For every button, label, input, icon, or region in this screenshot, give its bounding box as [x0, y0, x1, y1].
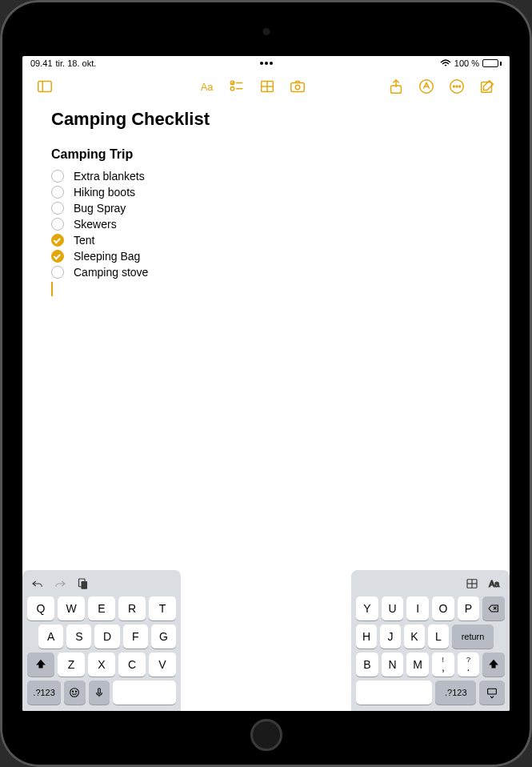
share-icon [387, 78, 405, 95]
backspace-key[interactable] [482, 596, 505, 620]
key-g[interactable]: G [151, 624, 176, 649]
dismiss-keyboard-key[interactable] [479, 681, 505, 705]
battery-percent: 100 % [454, 58, 479, 68]
home-button[interactable] [250, 719, 282, 751]
keyboard-right: Aa YUIOP HJKLreturn BNM!,?. .?123 [351, 570, 510, 711]
table-button[interactable] [254, 74, 280, 99]
checklist-item[interactable]: Hiking boots [51, 184, 481, 200]
kb-left-toolbar [27, 575, 176, 592]
checklist-item[interactable]: Skewers [51, 216, 481, 232]
key-d[interactable]: D [94, 624, 119, 649]
multitask-indicator[interactable] [260, 62, 273, 65]
key-m[interactable]: M [406, 653, 429, 677]
paste-icon[interactable] [75, 576, 90, 591]
sidebar-toggle-button[interactable] [32, 74, 58, 99]
key-i[interactable]: I [406, 596, 429, 620]
compose-button[interactable] [474, 74, 500, 99]
checklist-item-label[interactable]: Skewers [74, 218, 117, 231]
space-key-right[interactable] [356, 681, 432, 705]
markup-button[interactable] [414, 74, 439, 99]
key-t[interactable]: T [149, 596, 176, 620]
key-o[interactable]: O [432, 596, 454, 620]
svg-rect-29 [488, 689, 497, 694]
return-key[interactable]: return [452, 624, 494, 649]
circle-icon[interactable] [51, 266, 64, 279]
more-button[interactable] [444, 74, 470, 99]
key-q[interactable]: Q [27, 596, 54, 620]
space-key-left[interactable] [113, 681, 176, 705]
compose-icon [478, 78, 496, 95]
ipad-device: 09.41 tir. 18. okt. 100 % Aa [0, 0, 532, 767]
key-j[interactable]: J [380, 624, 401, 649]
checklist-item-label[interactable]: Camping stove [74, 266, 148, 279]
checklist-item[interactable]: Tent [51, 232, 481, 248]
checklist-item-label[interactable]: Sleeping Bag [74, 250, 140, 263]
checklist-icon [228, 78, 246, 95]
key-y[interactable]: Y [356, 596, 378, 620]
circle-icon[interactable] [51, 202, 64, 215]
emoji-key[interactable] [64, 681, 85, 705]
key-x[interactable]: X [88, 653, 115, 677]
text-cursor [51, 282, 53, 296]
circle-icon[interactable] [51, 170, 64, 183]
status-bar: 09.41 tir. 18. okt. 100 % [22, 56, 510, 70]
undo-icon[interactable] [30, 576, 45, 591]
svg-point-17 [459, 86, 461, 87]
key-p[interactable]: P [458, 596, 480, 620]
table-icon [258, 78, 276, 95]
status-time: 09.41 [30, 58, 53, 68]
key-v[interactable]: V [149, 653, 176, 677]
markup-icon [418, 78, 435, 95]
note-title[interactable]: Camping Checklist [51, 109, 481, 130]
format-button[interactable]: Aa [194, 74, 219, 99]
key-u[interactable]: U [382, 596, 404, 620]
key-r[interactable]: R [118, 596, 146, 620]
circle-icon[interactable] [51, 218, 64, 231]
circle-icon[interactable] [51, 186, 64, 199]
svg-point-15 [453, 86, 454, 87]
checklist-item[interactable]: Sleeping Bag [51, 248, 481, 264]
key-c[interactable]: C [118, 653, 146, 677]
key-e[interactable]: E [88, 596, 115, 620]
key-h[interactable]: H [356, 624, 377, 649]
comma-key[interactable]: !, [432, 653, 454, 677]
checklist-item-label[interactable]: Extra blankets [74, 170, 145, 183]
shift-key-right[interactable] [482, 653, 505, 677]
key-k[interactable]: K [404, 624, 425, 649]
svg-rect-20 [82, 581, 88, 589]
checklist-item[interactable]: Extra blankets [51, 168, 481, 184]
redo-icon[interactable] [53, 576, 67, 591]
checkmark-icon[interactable] [51, 250, 64, 263]
shift-key[interactable] [27, 653, 54, 677]
camera-button[interactable] [285, 74, 310, 99]
key-w[interactable]: W [58, 596, 85, 620]
svg-rect-24 [98, 689, 100, 694]
dictate-key[interactable] [89, 681, 110, 705]
key-n[interactable]: N [382, 653, 404, 677]
key-z[interactable]: Z [58, 653, 85, 677]
checklist-item-label[interactable]: Tent [74, 234, 94, 247]
numbers-key[interactable]: .?123 [27, 681, 61, 705]
key-s[interactable]: S [66, 624, 91, 649]
numbers-key-right[interactable]: .?123 [435, 681, 476, 705]
kb-format-icon[interactable]: Aa [487, 576, 502, 591]
svg-text:Aa: Aa [489, 579, 499, 588]
checklist: Extra blanketsHiking bootsBug SpraySkewe… [51, 168, 481, 296]
period-key[interactable]: ?. [458, 653, 480, 677]
kb-table-icon[interactable] [465, 576, 479, 591]
checkmark-icon[interactable] [51, 234, 64, 247]
checklist-item[interactable]: Bug Spray [51, 200, 481, 216]
device-camera [262, 28, 270, 35]
svg-point-23 [76, 691, 77, 692]
share-button[interactable] [383, 74, 409, 99]
key-l[interactable]: L [428, 624, 449, 649]
checklist-item[interactable]: Camping stove [51, 264, 481, 280]
key-f[interactable]: F [123, 624, 148, 649]
checklist-item-label[interactable]: Hiking boots [74, 186, 135, 199]
checklist-button[interactable] [224, 74, 250, 99]
key-a[interactable]: A [38, 624, 63, 649]
note-heading[interactable]: Camping Trip [51, 147, 481, 162]
note-body[interactable]: Camping Checklist Camping Trip Extra bla… [22, 102, 510, 570]
key-b[interactable]: B [356, 653, 378, 677]
checklist-item-label[interactable]: Bug Spray [74, 202, 126, 215]
